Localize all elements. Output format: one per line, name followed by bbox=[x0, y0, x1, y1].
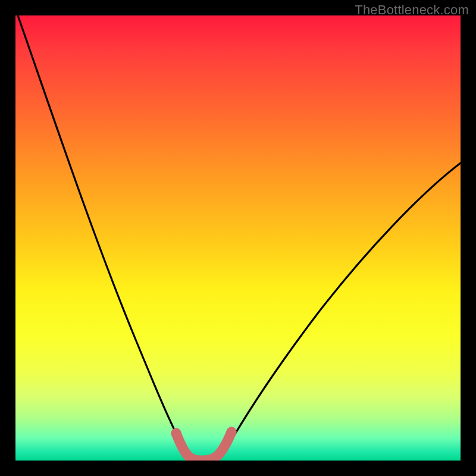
plot-area bbox=[15, 15, 461, 461]
curve-path bbox=[18, 15, 461, 461]
optimal-highlight bbox=[176, 432, 231, 461]
highlight-end-dot-right bbox=[227, 427, 237, 437]
highlight-end-dot-left bbox=[171, 428, 181, 439]
chart-frame: TheBottleneck.com bbox=[0, 0, 476, 476]
bottleneck-curve bbox=[15, 15, 461, 461]
